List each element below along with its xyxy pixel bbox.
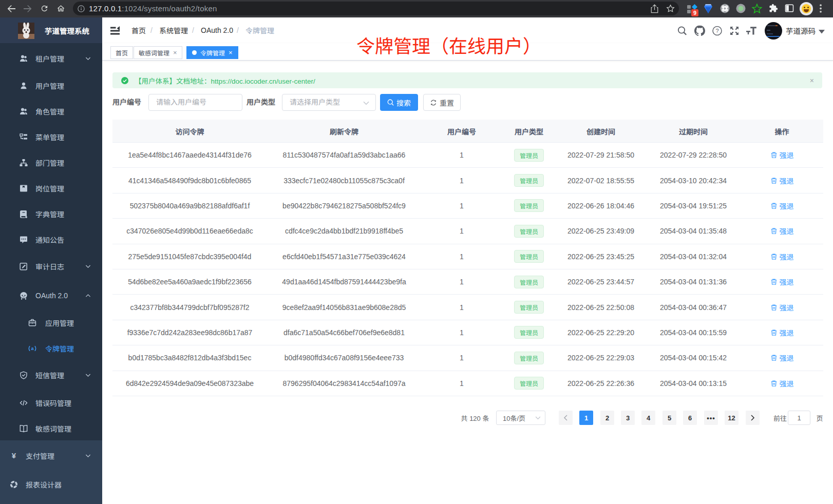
svg-text:¥: ¥	[12, 452, 16, 460]
svg-text:9: 9	[693, 10, 696, 16]
svg-text:?: ?	[715, 28, 718, 34]
svg-text:a: a	[31, 346, 34, 351]
